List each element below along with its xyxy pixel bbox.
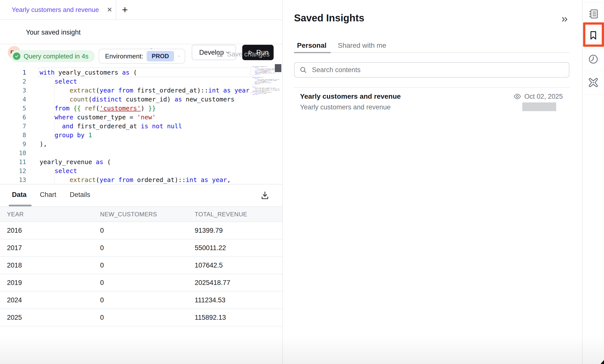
code-text: and first_ordered_at is not null: [40, 122, 182, 131]
editor-lines: 1with yearly_customers as (2 select3 ext…: [0, 68, 251, 184]
download-icon: [260, 190, 270, 201]
code-text: extract(year from ordered_at)::int as ye…: [40, 176, 231, 184]
tab-yearly-customers-and-revenue[interactable]: Yearly customers and revenue ✕: [0, 0, 112, 19]
collapse-panel-button[interactable]: [559, 14, 570, 25]
code-line[interactable]: 6 where customer_type = 'new': [0, 113, 251, 122]
search-icon: [300, 66, 307, 74]
eye-icon: [513, 92, 521, 100]
double-chevron-right-icon: [560, 15, 569, 24]
tab-title[interactable]: Yearly customers and revenue: [12, 6, 99, 14]
line-number: 10: [0, 149, 26, 158]
query-workspace-panel: Yearly customers and revenue ✕ + BL Your…: [0, 0, 283, 364]
results-tab-bar: Data Chart Details: [0, 184, 282, 206]
rail-item-saved-insights[interactable]: [583, 24, 604, 47]
editor-scrollbar[interactable]: [275, 64, 281, 72]
table-row[interactable]: 20180107642.5: [0, 257, 282, 274]
code-line[interactable]: 10: [0, 149, 251, 158]
environment-label: Environment:: [105, 52, 143, 60]
table-row[interactable]: 2016091399.79: [0, 222, 282, 239]
editor-minimap[interactable]: with yearly_customers as ( select extrac…: [252, 66, 280, 181]
explore-icon: [587, 76, 600, 89]
code-text: extract(year from first_ordered_at)::int…: [40, 86, 251, 95]
line-number: 11: [0, 158, 26, 167]
code-line[interactable]: 9),: [0, 140, 251, 149]
table-cell: 0: [100, 296, 104, 304]
skeleton-block: [522, 102, 556, 111]
search-input[interactable]: [312, 66, 564, 74]
table-row[interactable]: 20240111234.53: [0, 292, 282, 309]
table-row[interactable]: 20170550011.22: [0, 239, 282, 257]
code-line[interactable]: 12 select: [0, 167, 251, 176]
rail-item-history[interactable]: [583, 48, 604, 71]
line-number: 3: [0, 86, 26, 95]
insight-item-title[interactable]: Yearly customers and revenue: [300, 92, 401, 100]
new-tab-button[interactable]: +: [122, 0, 128, 19]
tab-data[interactable]: Data: [12, 184, 27, 205]
active-tab-indicator: [294, 52, 331, 53]
line-number: 2: [0, 77, 26, 86]
code-line[interactable]: 5 from {{ ref('customers') }}: [0, 104, 251, 113]
column-header-year: YEAR: [7, 211, 24, 218]
code-line[interactable]: 3 extract(year from first_ordered_at)::i…: [0, 86, 251, 95]
code-line[interactable]: 1with yearly_customers as (: [0, 68, 251, 77]
tab-details[interactable]: Details: [70, 184, 90, 205]
chevron-down-icon: [178, 53, 180, 59]
save-changes-label: Save changes: [227, 50, 270, 58]
code-line[interactable]: 2 select: [0, 77, 251, 86]
table-cell: 0: [100, 314, 104, 321]
status-row: Query completed in 4s Environment: PROD …: [0, 44, 282, 64]
right-icon-rail: [582, 0, 604, 364]
column-header-total-revenue: TOTAL_REVENUE: [195, 211, 247, 218]
sql-editor[interactable]: 1with yearly_customers as (2 select3 ext…: [0, 64, 282, 184]
code-text: ),: [40, 140, 47, 149]
tab-chart[interactable]: Chart: [40, 184, 56, 205]
line-number: 13: [0, 176, 26, 184]
search-box[interactable]: [294, 62, 569, 78]
tab-bar: Yearly customers and revenue ✕ +: [0, 0, 282, 20]
code-line[interactable]: 7 and first_ordered_at is not null: [0, 122, 251, 131]
rail-divider: [583, 94, 604, 95]
save-changes-button[interactable]: Save changes: [216, 44, 270, 64]
table-cell: 2024: [7, 296, 22, 304]
query-status-badge: Query completed in 4s: [10, 50, 95, 62]
table-cell: 111234.53: [195, 296, 226, 304]
line-number: 1: [0, 68, 26, 77]
code-text: where customer_type = 'new': [40, 113, 156, 122]
table-cell: 550011.22: [195, 244, 226, 252]
insight-item-meta: Oct 02, 2025: [513, 92, 563, 100]
code-line[interactable]: 8 group by 1: [0, 131, 251, 140]
bookmark-icon: [588, 30, 599, 41]
rail-item-notebook[interactable]: [583, 2, 604, 25]
rail-item-explore[interactable]: [583, 71, 604, 94]
line-number: 5: [0, 104, 26, 113]
column-header-new-customers: NEW_CUSTOMERS: [100, 211, 157, 218]
saved-insight-item[interactable]: Yearly customers and revenue Oct 02, 202…: [283, 90, 582, 117]
code-text: with yearly_customers as (: [40, 68, 137, 77]
list-divider: [294, 87, 570, 88]
tab-personal[interactable]: Personal: [297, 40, 326, 51]
check-icon: [13, 52, 20, 60]
line-number: 8: [0, 131, 26, 140]
tab-shared-with-me[interactable]: Shared with me: [338, 40, 386, 51]
code-text: count(distinct customer_id) as new_custo…: [40, 95, 235, 104]
table-cell: 0: [100, 279, 104, 287]
code-line[interactable]: 4 count(distinct customer_id) as new_cus…: [0, 95, 251, 104]
table-cell: 115892.13: [195, 314, 226, 321]
code-line[interactable]: 13 extract(year from ordered_at)::int as…: [0, 176, 251, 184]
corner-mark: [601, 360, 604, 364]
table-cell: 0: [100, 262, 104, 269]
close-tab-icon[interactable]: ✕: [107, 6, 112, 14]
download-results-button[interactable]: [259, 189, 271, 201]
table-row[interactable]: 20250115892.13: [0, 309, 282, 326]
code-line[interactable]: 11yearly_revenue as (: [0, 158, 251, 167]
notebook-icon: [588, 8, 599, 20]
toolbar: BL Your saved insight Develop Run: [0, 20, 282, 44]
table-row[interactable]: 201902025418.77: [0, 274, 282, 292]
line-number: 7: [0, 122, 26, 131]
code-text: select: [40, 167, 77, 176]
environment-selector[interactable]: Environment: PROD: [99, 49, 185, 64]
table-cell: 2018: [7, 262, 22, 269]
line-number: 4: [0, 95, 26, 104]
query-status-text: Query completed in 4s: [24, 52, 88, 60]
table-cell: 0: [100, 244, 104, 252]
